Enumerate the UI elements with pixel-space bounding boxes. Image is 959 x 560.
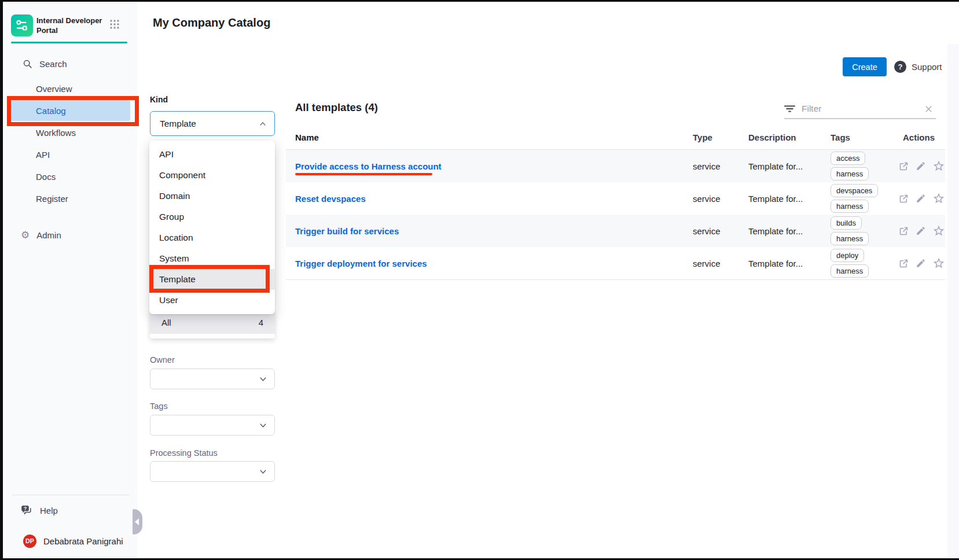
edit-icon[interactable]	[916, 161, 926, 171]
help-chat-icon: ?	[21, 505, 33, 516]
actions-cell	[898, 150, 945, 182]
open-in-new-icon[interactable]	[898, 161, 909, 172]
table-body: Provide access to Harness account servic…	[286, 150, 945, 280]
star-icon[interactable]	[932, 257, 945, 270]
sidebar-item-admin[interactable]: ⚙ Admin	[11, 224, 140, 245]
template-name-link[interactable]: Trigger build for services	[295, 226, 399, 236]
template-name-link[interactable]: Reset devspaces	[295, 194, 366, 204]
tag-chip: harness	[831, 200, 869, 213]
actions-cell	[898, 215, 945, 247]
tags-cell: buildsharness	[831, 215, 869, 247]
sidebar-item-workflows[interactable]: Workflows	[11, 122, 130, 143]
kind-option-user[interactable]: User	[149, 290, 275, 311]
star-icon[interactable]	[932, 160, 945, 172]
table-row: Provide access to Harness account servic…	[286, 150, 945, 182]
name-cell: Trigger build for services	[295, 215, 399, 247]
kind-dropdown-menu: APIComponentDomainGroupLocationSystemTem…	[149, 141, 275, 314]
main-content: Create ? Support Kind Template APICompon…	[137, 44, 959, 558]
sidebar-collapse-handle[interactable]	[133, 509, 142, 535]
star-icon[interactable]	[932, 192, 945, 205]
gear-icon: ⚙	[21, 230, 30, 240]
tag-chip: access	[831, 152, 865, 165]
description-cell: Template for...	[748, 150, 803, 182]
template-name-link[interactable]: Provide access to Harness account	[295, 161, 442, 171]
type-cell: service	[693, 247, 721, 279]
kind-option-system[interactable]: System	[149, 248, 275, 269]
filter-input[interactable]	[800, 103, 920, 115]
processing-status-label: Processing Status	[150, 448, 218, 458]
tags-cell: accessharness	[831, 150, 869, 182]
sidebar-accent-divider	[11, 42, 127, 43]
table-row: Trigger deployment for services service …	[286, 247, 945, 279]
chevron-down-icon	[259, 377, 267, 382]
sidebar-item-register[interactable]: Register	[11, 188, 130, 209]
annotation-underline	[295, 173, 432, 175]
name-cell: Reset devspaces	[295, 182, 366, 215]
chevron-down-icon	[259, 469, 267, 474]
table-row: Reset devspaces service Template for... …	[286, 182, 945, 215]
column-header-type: Type	[693, 132, 712, 142]
screenshot: Internal Developer Portal Search Overvie…	[0, 0, 959, 560]
tag-chip: harness	[831, 264, 869, 278]
sidebar-item-catalog[interactable]: Catalog	[11, 100, 130, 121]
sidebar-user[interactable]: DP Debabrata Panigrahi	[11, 530, 142, 551]
template-name-link[interactable]: Trigger deployment for services	[295, 259, 427, 268]
help-label: Help	[40, 506, 58, 515]
create-button[interactable]: Create	[843, 57, 887, 76]
sidebar-item-docs[interactable]: Docs	[11, 166, 130, 187]
tags-cell: devspacesharness	[831, 182, 878, 215]
column-header-tags: Tags	[831, 132, 850, 142]
description-cell: Template for...	[748, 215, 803, 247]
tag-chip: builds	[831, 216, 862, 230]
question-mark-icon: ?	[894, 61, 906, 73]
page-title: My Company Catalog	[153, 2, 270, 44]
sidebar: Internal Developer Portal Search Overvie…	[3, 2, 138, 558]
tag-chip: harness	[831, 232, 869, 245]
sidebar-bottom-divider	[12, 495, 129, 495]
kind-option-group[interactable]: Group	[149, 207, 275, 227]
harness-idp-logo-icon[interactable]	[11, 14, 33, 36]
kind-option-component[interactable]: Component	[149, 165, 275, 186]
edit-icon[interactable]	[916, 193, 926, 204]
sidebar-search[interactable]: Search	[11, 53, 142, 74]
owner-select[interactable]	[150, 369, 275, 389]
tags-select[interactable]	[150, 415, 275, 436]
clear-filter-icon[interactable]	[925, 105, 936, 113]
table-header-row: Name Type Description Tags Actions	[286, 130, 945, 150]
open-in-new-icon[interactable]	[898, 193, 909, 204]
chevron-down-icon	[259, 423, 267, 428]
sidebar-search-label: Search	[39, 59, 67, 69]
tags-label: Tags	[150, 401, 168, 411]
owner-label: Owner	[150, 355, 175, 364]
search-icon	[23, 59, 32, 69]
kind-select[interactable]: Template	[150, 111, 275, 136]
table-title: All templates (4)	[295, 101, 378, 114]
app-window: Internal Developer Portal Search Overvie…	[3, 2, 959, 558]
user-name: Debabrata Panigrahi	[43, 536, 123, 546]
kind-option-api[interactable]: API	[149, 144, 275, 165]
kind-count-value: 4	[259, 318, 263, 327]
column-header-actions: Actions	[903, 132, 935, 142]
kind-select-value: Template	[160, 119, 196, 129]
open-in-new-icon[interactable]	[898, 258, 909, 269]
kind-count-all[interactable]: All 4	[150, 311, 275, 334]
tag-chip: deploy	[831, 249, 864, 262]
processing-status-select[interactable]	[150, 461, 275, 482]
support-button[interactable]: ? Support	[894, 57, 942, 76]
edit-icon[interactable]	[916, 226, 926, 236]
kind-label: Kind	[150, 95, 168, 104]
kind-option-template[interactable]: Template	[149, 269, 275, 290]
apps-grid-icon[interactable]	[109, 19, 120, 32]
sidebar-item-overview[interactable]: Overview	[11, 78, 130, 99]
star-icon[interactable]	[932, 224, 945, 237]
sidebar-item-api[interactable]: API	[11, 144, 130, 165]
open-in-new-icon[interactable]	[898, 226, 909, 237]
edit-icon[interactable]	[916, 258, 926, 268]
user-avatar: DP	[23, 535, 36, 548]
logo-title: Internal Developer Portal	[36, 16, 105, 36]
kind-option-location[interactable]: Location	[149, 227, 275, 248]
kind-counts-card: All 4	[150, 311, 275, 338]
column-header-description: Description	[748, 132, 796, 142]
sidebar-item-help[interactable]: ? Help	[11, 500, 140, 521]
kind-option-domain[interactable]: Domain	[149, 186, 275, 207]
